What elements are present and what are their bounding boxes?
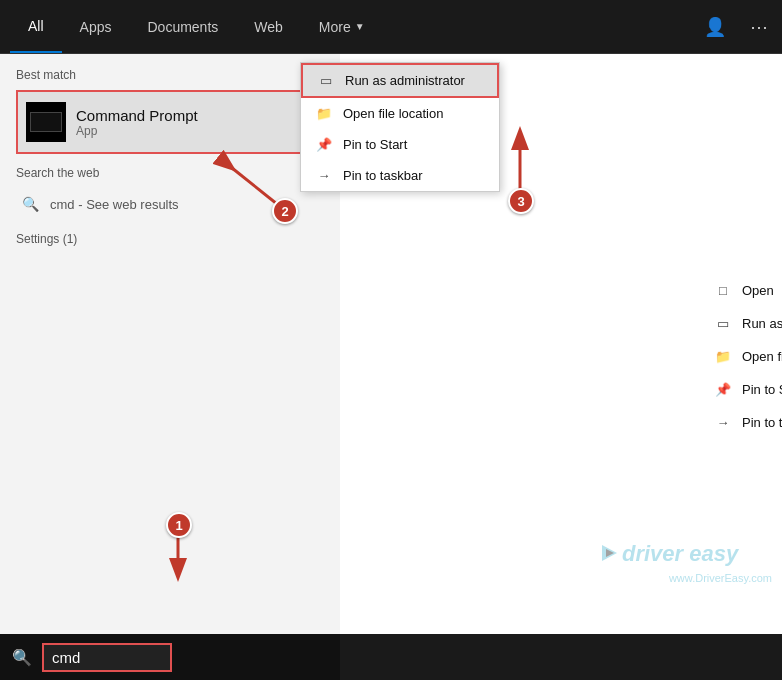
tab-apps[interactable]: Apps [62,0,130,53]
menu-item-open[interactable]: □ Open [700,274,782,307]
taskbar-icon-2: → [315,168,333,183]
context-menu-top: ▭ Run as administrator 📁 Open file locat… [300,62,500,192]
cmd-icon-screen [30,112,62,132]
search-bar-icon: 🔍 [12,648,32,667]
menu-item-file-loc-2[interactable]: 📁 Open file location [700,340,782,373]
badge-3: 3 [508,188,534,214]
driver-easy-logo-svg: driver easy [592,535,772,570]
menu-item-pin-start[interactable]: 📌 Pin to Start [301,129,499,160]
best-match-item[interactable]: Command Prompt App [16,90,324,154]
top-navigation: All Apps Documents Web More ▼ 👤 ⋯ [0,0,782,54]
search-web-text: cmd - See web results [50,197,179,212]
cmd-icon [26,102,66,142]
best-match-text: Command Prompt App [76,107,198,138]
best-match-subtitle: App [76,124,198,138]
arrow-2: 2 [222,158,292,222]
arrow-1: 1 [148,526,208,590]
folder-icon-2: 📁 [315,106,333,121]
monitor-icon: ▭ [714,316,732,331]
menu-item-run-admin-2[interactable]: ▭ Run as administrator [700,307,782,340]
nav-icons: 👤 ⋯ [700,12,772,42]
folder-icon: 📁 [714,349,732,364]
watermark-url: www.DriverEasy.com [669,572,772,584]
pin-start-icon: 📌 [315,137,333,152]
search-icon: 🔍 [20,194,40,214]
settings-label: Settings (1) [16,232,324,246]
menu-item-pin-start-2[interactable]: 📌 Pin to Start [700,373,782,406]
search-input[interactable] [42,643,172,672]
tab-web[interactable]: Web [236,0,301,53]
menu-item-run-admin[interactable]: ▭ Run as administrator [301,63,499,98]
badge-2: 2 [272,198,298,224]
more-icon[interactable]: ⋯ [746,12,772,42]
best-match-title: Command Prompt [76,107,198,124]
shield-icon: ▭ [317,73,335,88]
watermark: driver easy www.DriverEasy.com [592,535,772,584]
arrow-3: 3 [490,128,550,212]
chevron-down-icon: ▼ [355,21,365,32]
settings-section: Settings (1) [16,232,324,246]
badge-1: 1 [166,512,192,538]
menu-item-pin-taskbar-2[interactable]: → Pin to taskbar [700,406,782,439]
menu-item-file-location[interactable]: 📁 Open file location [301,98,499,129]
search-bar: 🔍 [0,634,340,680]
tab-documents[interactable]: Documents [129,0,236,53]
context-menu-large: □ Open ▭ Run as administrator 📁 Open fil… [700,274,782,439]
menu-item-pin-taskbar[interactable]: → Pin to taskbar [301,160,499,191]
tab-all[interactable]: All [10,0,62,53]
svg-text:driver easy: driver easy [622,541,740,566]
best-match-label: Best match [16,68,324,82]
open-icon: □ [714,283,732,298]
tab-more[interactable]: More ▼ [301,0,383,53]
person-icon[interactable]: 👤 [700,12,730,42]
pin-icon: 📌 [714,382,732,397]
watermark-logo: driver easy [592,535,772,576]
taskbar-icon: → [714,415,732,430]
